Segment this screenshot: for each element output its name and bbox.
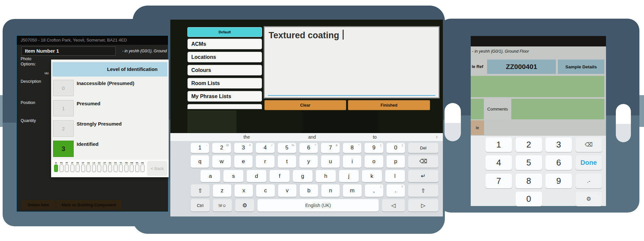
key-q[interactable]: q bbox=[191, 155, 209, 168]
home-button-pill-left[interactable] bbox=[445, 103, 461, 141]
phrase-list-item-locations[interactable]: Locations bbox=[187, 52, 262, 62]
keypad-key-6[interactable]: 6 bbox=[545, 155, 572, 170]
key-0[interactable]: 0) bbox=[387, 143, 405, 153]
shift-key-left[interactable]: ⇧ bbox=[191, 184, 210, 197]
key-f[interactable]: f bbox=[270, 170, 289, 182]
key-c[interactable]: c bbox=[256, 184, 275, 197]
key-v[interactable]: v bbox=[278, 184, 296, 197]
key-8[interactable]: 8* bbox=[343, 143, 361, 153]
key-o[interactable]: o bbox=[365, 155, 383, 168]
progress-chip-ot[interactable]: OT bbox=[103, 162, 107, 172]
period-key[interactable]: .? bbox=[387, 184, 405, 197]
key-s[interactable]: s bbox=[223, 170, 243, 182]
progress-chip-po[interactable]: PO bbox=[59, 162, 64, 172]
progress-chip-st[interactable]: ST bbox=[81, 162, 85, 172]
mark-building-component-button[interactable]: Mark as Building Component bbox=[56, 200, 122, 210]
phrase-list-item-my-phrase-lists[interactable]: My Phrase Lists bbox=[187, 91, 262, 102]
key-y[interactable]: y bbox=[299, 155, 318, 168]
ctrl-key[interactable]: Ctrl bbox=[191, 199, 210, 212]
keypad-key-2[interactable]: 2 bbox=[516, 137, 542, 152]
progress-chip-id[interactable]: ID bbox=[54, 162, 58, 172]
progress-chip-oc[interactable]: OC bbox=[108, 162, 112, 172]
cursor-left-key[interactable]: ◁ bbox=[382, 199, 405, 212]
progress-chip-fd[interactable]: FD bbox=[75, 162, 80, 172]
progress-chip-lo[interactable]: LO bbox=[92, 162, 96, 172]
home-button-pill-right[interactable] bbox=[616, 104, 631, 142]
key-3[interactable]: 3# bbox=[234, 143, 253, 153]
keypad-key-7[interactable]: 7 bbox=[485, 174, 512, 188]
progress-chip-dn[interactable]: DN bbox=[140, 162, 145, 172]
key-m[interactable]: m bbox=[343, 184, 361, 197]
keypad-key-4[interactable]: 4 bbox=[485, 155, 512, 170]
back-button[interactable]: < Back bbox=[147, 161, 167, 176]
enter-key[interactable]: ↵ bbox=[408, 170, 438, 182]
key-p[interactable]: p bbox=[387, 155, 405, 168]
progress-chip-ac[interactable]: AC bbox=[97, 162, 102, 172]
keypad-key-9[interactable]: 9 bbox=[545, 174, 572, 188]
progress-chip-ra[interactable]: RA bbox=[135, 162, 140, 172]
progress-chip-at[interactable]: AT bbox=[70, 162, 75, 172]
keypad-key-8[interactable]: 8 bbox=[516, 174, 542, 188]
key-e[interactable]: e bbox=[234, 155, 253, 168]
key-i[interactable]: i bbox=[343, 155, 361, 168]
phrase-list-item-colours[interactable]: Colours bbox=[187, 65, 262, 76]
keypad-key-5[interactable]: 5 bbox=[516, 155, 542, 170]
keypad-done-button[interactable]: Done bbox=[576, 155, 602, 170]
dialog-option-presumed[interactable]: 1Presumed bbox=[51, 100, 169, 120]
key-u[interactable]: u bbox=[321, 155, 339, 168]
key-2[interactable]: 2@ bbox=[212, 143, 231, 153]
suggestion-word[interactable]: and bbox=[308, 133, 316, 141]
form-row-green[interactable] bbox=[471, 76, 604, 97]
key-g[interactable]: g bbox=[293, 170, 313, 182]
dialog-option-identified[interactable]: 3Identified bbox=[51, 141, 169, 161]
comments-field[interactable] bbox=[511, 99, 604, 119]
keypad-key-0[interactable]: 0 bbox=[516, 192, 542, 206]
key-d[interactable]: d bbox=[247, 170, 266, 182]
key-1[interactable]: 1- bbox=[191, 143, 209, 153]
finished-button[interactable]: Finished bbox=[348, 100, 430, 110]
key-4[interactable]: 4/ bbox=[256, 143, 274, 153]
key-x[interactable]: x bbox=[235, 184, 253, 197]
key-z[interactable]: z bbox=[213, 184, 231, 197]
key-6[interactable]: 6^ bbox=[299, 143, 318, 153]
key-k[interactable]: k bbox=[362, 170, 382, 182]
key-a[interactable]: a bbox=[200, 170, 220, 182]
keypad-key-1[interactable]: 1 bbox=[485, 137, 512, 152]
suggestion-expand-icon[interactable]: › bbox=[436, 133, 438, 141]
comma-key[interactable]: ,! bbox=[365, 184, 383, 197]
phrase-list-default-button[interactable]: Default bbox=[187, 27, 262, 37]
keypad-decimal-key[interactable]: .- bbox=[576, 174, 602, 188]
key-7[interactable]: 7& bbox=[321, 143, 339, 153]
item-number-field[interactable]: Item Number 1 bbox=[21, 46, 116, 56]
phrase-editor-panel[interactable]: Textured coating bbox=[264, 26, 440, 98]
progress-chip-fo[interactable]: FO bbox=[113, 162, 118, 172]
backspace-key[interactable]: ⌫ bbox=[408, 155, 438, 168]
key-r[interactable]: r bbox=[256, 155, 274, 168]
del-key[interactable]: Del bbox=[408, 143, 438, 153]
keypad-key-3[interactable]: 3 bbox=[545, 137, 572, 152]
suggestion-word[interactable]: to bbox=[373, 133, 377, 141]
key-t[interactable]: t bbox=[278, 155, 296, 168]
progress-chip-ao[interactable]: AO bbox=[86, 162, 91, 172]
keypad-gear-icon-key[interactable]: ⚙· bbox=[576, 192, 602, 206]
progress-chip-pt[interactable]: PT bbox=[65, 162, 69, 172]
key-h[interactable]: h bbox=[316, 170, 335, 182]
phrase-list-item-partial[interactable] bbox=[187, 104, 262, 109]
dialog-option-strongly-presumed[interactable]: 2Strongly Presumed bbox=[51, 120, 169, 141]
phrase-list-item-acms[interactable]: ACMs bbox=[187, 39, 262, 49]
progress-chip-tm[interactable]: TM bbox=[124, 162, 129, 172]
key-j[interactable]: j bbox=[339, 170, 359, 182]
key-n[interactable]: n bbox=[321, 184, 340, 197]
sample-ref-value-field[interactable]: ZZ000401 bbox=[487, 60, 556, 74]
keypad-backspace-key[interactable]: ⌫ bbox=[576, 137, 602, 152]
phrase-list-item-room-lists[interactable]: Room Lists bbox=[187, 78, 262, 89]
shift-key-right[interactable]: ⇧ bbox=[408, 184, 438, 197]
key-5[interactable]: 5% bbox=[278, 143, 296, 153]
dialog-option-inaccessible-presumed[interactable]: 0Inaccessible (Presumed) bbox=[51, 80, 169, 100]
clear-button[interactable]: Clear bbox=[264, 100, 346, 110]
sample-details-button[interactable]: Sample Details bbox=[558, 60, 604, 74]
cursor-right-key[interactable]: ▷ bbox=[408, 199, 438, 212]
key-9[interactable]: 9( bbox=[365, 143, 383, 153]
key-w[interactable]: w bbox=[212, 155, 231, 168]
progress-chip-fm[interactable]: FM bbox=[129, 162, 134, 172]
